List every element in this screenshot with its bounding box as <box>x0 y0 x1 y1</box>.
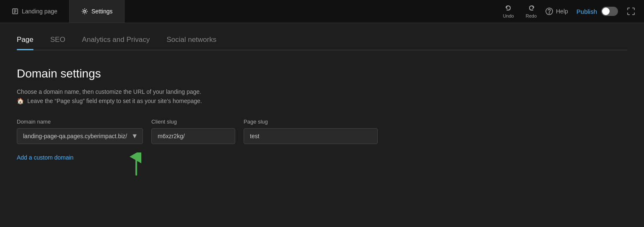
fields-row: Domain name landing-page-qa.pages.cyberi… <box>17 119 627 144</box>
content-tabs: Page SEO Analytics and Privacy Social ne… <box>17 23 627 50</box>
domain-name-label: Domain name <box>17 119 143 125</box>
publish-toggle[interactable] <box>601 7 618 16</box>
client-slug-label: Client slug <box>151 119 235 125</box>
undo-redo-group: Undo Redo <box>503 4 537 18</box>
tab-page[interactable]: Page <box>17 36 34 50</box>
section-title: Domain settings <box>17 67 627 80</box>
tab-seo[interactable]: SEO <box>50 36 65 50</box>
redo-button[interactable]: Redo <box>526 4 537 18</box>
arrow-container: Add a custom domain <box>17 152 143 178</box>
green-arrow-icon <box>128 152 145 178</box>
page-icon <box>12 8 18 15</box>
section-desc-line2: Leave the “Page slug” field empty to set… <box>27 98 202 104</box>
section-description: Choose a domain name, then customize the… <box>17 87 627 106</box>
tab-analytics-privacy[interactable]: Analytics and Privacy <box>82 36 150 50</box>
content-area: Page SEO Analytics and Privacy Social ne… <box>0 23 644 227</box>
undo-button[interactable]: Undo <box>503 4 514 18</box>
domain-name-select[interactable]: landing-page-qa.pages.cyberimpact.biz/ <box>17 128 143 144</box>
client-slug-input[interactable] <box>151 128 235 144</box>
page-slug-input[interactable] <box>244 128 378 144</box>
domain-select-wrapper: landing-page-qa.pages.cyberimpact.biz/ ▼ <box>17 128 143 144</box>
add-custom-domain-link[interactable]: Add a custom domain <box>17 154 73 161</box>
landing-page-tab-label: Landing page <box>22 8 57 15</box>
home-icon: 🏠 <box>17 96 24 106</box>
section-desc-line1: Choose a domain name, then customize the… <box>17 88 201 95</box>
topbar-left: Landing page Settings <box>0 0 125 23</box>
undo-label: Undo <box>503 13 514 18</box>
fields-container: Domain name landing-page-qa.pages.cyberi… <box>17 119 627 178</box>
topbar-right: Undo Redo Help Publish <box>503 4 644 18</box>
settings-icon <box>81 8 88 15</box>
publish-area: Publish <box>576 7 618 16</box>
tab-landing-page[interactable]: Landing page <box>0 0 70 23</box>
settings-tab-label: Settings <box>91 8 113 15</box>
svg-point-4 <box>83 10 86 13</box>
redo-label: Redo <box>526 13 537 18</box>
main: Page SEO Analytics and Privacy Social ne… <box>0 23 644 227</box>
help-button[interactable]: Help <box>545 7 568 15</box>
topbar: Landing page Settings Undo <box>0 0 644 23</box>
fullscreen-button[interactable] <box>626 7 636 16</box>
tab-social-networks[interactable]: Social networks <box>166 36 216 50</box>
domain-name-group: Domain name landing-page-qa.pages.cyberi… <box>17 119 143 144</box>
tab-settings[interactable]: Settings <box>70 0 125 23</box>
page-slug-label: Page slug <box>244 119 378 125</box>
publish-button[interactable]: Publish <box>576 8 597 15</box>
svg-point-6 <box>549 13 550 13</box>
help-label: Help <box>556 8 568 15</box>
page-slug-group: Page slug <box>244 119 378 144</box>
client-slug-group: Client slug <box>151 119 235 144</box>
